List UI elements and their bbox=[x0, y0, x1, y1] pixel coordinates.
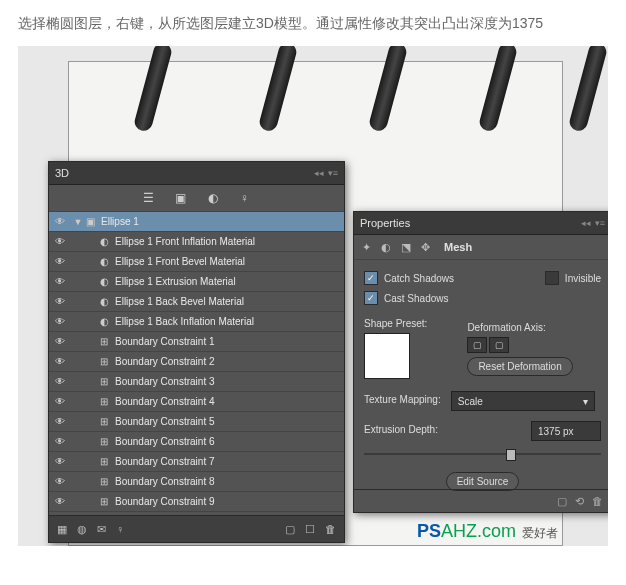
list-item[interactable]: 👁⊞Boundary Constraint 9 bbox=[49, 492, 344, 512]
visibility-icon[interactable]: 👁 bbox=[53, 255, 67, 269]
item-label: Boundary Constraint 1 bbox=[115, 336, 215, 347]
filter-mesh-icon[interactable]: ▣ bbox=[174, 191, 188, 205]
render-object bbox=[258, 46, 299, 133]
extrusion-depth-label: Extrusion Depth: bbox=[364, 424, 438, 435]
visibility-icon[interactable]: 👁 bbox=[53, 395, 67, 409]
tool-icon[interactable]: ♀ bbox=[116, 523, 124, 535]
list-item[interactable]: 👁◐Ellipse 1 Back Bevel Material bbox=[49, 292, 344, 312]
shape-preset-picker[interactable] bbox=[364, 333, 410, 379]
visibility-icon[interactable]: 👁 bbox=[53, 495, 67, 509]
reset-deformation-button[interactable]: Reset Deformation bbox=[467, 357, 572, 376]
list-item[interactable]: 👁⊞Boundary Constraint 2 bbox=[49, 352, 344, 372]
list-item[interactable]: 👁◐Ellipse 1 Front Bevel Material bbox=[49, 252, 344, 272]
extrusion-depth-input[interactable]: 1375 px bbox=[531, 421, 601, 441]
visibility-icon[interactable]: 👁 bbox=[53, 335, 67, 349]
watermark: PSAHZ.com爱好者 bbox=[417, 521, 558, 542]
item-label: Boundary Constraint 3 bbox=[115, 376, 215, 387]
visibility-icon[interactable]: 👁 bbox=[53, 435, 67, 449]
properties-body: ✓ Catch Shadows Invisible ✓ Cast Shadows… bbox=[354, 260, 608, 495]
list-item[interactable]: 👁⊞Boundary Constraint 5 bbox=[49, 412, 344, 432]
item-type-icon: ⊞ bbox=[97, 376, 111, 388]
list-item[interactable]: 👁⊞Boundary Constraint 8 bbox=[49, 472, 344, 492]
properties-mode-bar: ✦ ◐ ⬔ ✥ Mesh bbox=[354, 235, 608, 260]
visibility-icon[interactable]: 👁 bbox=[53, 235, 67, 249]
item-label: Ellipse 1 Extrusion Material bbox=[115, 276, 236, 287]
invisible-checkbox[interactable] bbox=[545, 271, 559, 285]
twisty-icon[interactable]: ▼ bbox=[73, 217, 83, 227]
panel-tab-bar: 3D ◂◂▾≡ bbox=[49, 162, 344, 185]
mesh-label: Mesh bbox=[444, 241, 472, 253]
collapse-icon[interactable]: ◂◂ bbox=[314, 168, 324, 178]
visibility-icon[interactable]: 👁 bbox=[53, 455, 67, 469]
catch-shadows-label: Catch Shadows bbox=[384, 273, 454, 284]
item-label: Boundary Constraint 9 bbox=[115, 496, 215, 507]
render-object bbox=[133, 46, 174, 133]
list-item[interactable]: 👁⊞Boundary Constraint 7 bbox=[49, 452, 344, 472]
item-label: Ellipse 1 Front Inflation Material bbox=[115, 236, 255, 247]
reset-icon[interactable]: ⟲ bbox=[575, 495, 584, 508]
tool-icon[interactable]: ▦ bbox=[57, 523, 67, 536]
list-item[interactable]: 👁◐Ellipse 1 Extrusion Material bbox=[49, 272, 344, 292]
scene-list[interactable]: 👁▼▣Ellipse 1👁◐Ellipse 1 Front Inflation … bbox=[49, 212, 344, 512]
render-object bbox=[478, 46, 519, 133]
list-item[interactable]: 👁◐Ellipse 1 Back Inflation Material bbox=[49, 312, 344, 332]
catch-shadows-checkbox[interactable]: ✓ bbox=[364, 271, 378, 285]
item-type-icon: ▣ bbox=[83, 216, 97, 228]
trash-icon[interactable]: 🗑 bbox=[325, 523, 336, 535]
list-item[interactable]: 👁◐Ellipse 1 Front Inflation Material bbox=[49, 232, 344, 252]
item-label: Boundary Constraint 8 bbox=[115, 476, 215, 487]
list-item[interactable]: 👁⊞Boundary Constraint 6 bbox=[49, 432, 344, 452]
visibility-icon[interactable]: 👁 bbox=[53, 295, 67, 309]
panel-title[interactable]: Properties bbox=[360, 217, 410, 229]
filter-light-icon[interactable]: ♀ bbox=[238, 191, 252, 205]
visibility-icon[interactable]: 👁 bbox=[53, 475, 67, 489]
cap-mode-icon[interactable]: ⬔ bbox=[401, 241, 411, 254]
cast-shadows-label: Cast Shadows bbox=[384, 293, 448, 304]
render-icon[interactable]: ▢ bbox=[285, 523, 295, 536]
tool-icon[interactable]: ◍ bbox=[77, 523, 87, 536]
item-type-icon: ⊞ bbox=[97, 476, 111, 488]
instruction-text: 选择椭圆图层，右键，从所选图层建立3D模型。通过属性修改其突出凸出深度为1375 bbox=[0, 0, 626, 46]
properties-bottom-bar: ▢ ⟲ 🗑 bbox=[354, 489, 608, 512]
visibility-icon[interactable]: 👁 bbox=[53, 315, 67, 329]
item-type-icon: ◐ bbox=[97, 296, 111, 308]
deform-mode-icon[interactable]: ◐ bbox=[381, 241, 391, 254]
panel-title[interactable]: 3D bbox=[55, 167, 69, 179]
screenshot-stage: 3D ◂◂▾≡ ☰ ▣ ◐ ♀ 👁▼▣Ellipse 1👁◐Ellipse 1 … bbox=[18, 46, 608, 546]
coord-mode-icon[interactable]: ✥ bbox=[421, 241, 430, 254]
item-label: Boundary Constraint 4 bbox=[115, 396, 215, 407]
list-item[interactable]: 👁⊞Boundary Constraint 3 bbox=[49, 372, 344, 392]
item-type-icon: ⊞ bbox=[97, 396, 111, 408]
list-item[interactable]: 👁⊞Boundary Constraint 4 bbox=[49, 392, 344, 412]
texture-mapping-select[interactable]: Scale▾ bbox=[451, 391, 595, 411]
item-label: Boundary Constraint 7 bbox=[115, 456, 215, 467]
filter-material-icon[interactable]: ◐ bbox=[206, 191, 220, 205]
visibility-icon[interactable]: 👁 bbox=[53, 215, 67, 229]
item-type-icon: ◐ bbox=[97, 236, 111, 248]
visibility-icon[interactable]: 👁 bbox=[53, 415, 67, 429]
visibility-icon[interactable]: 👁 bbox=[53, 355, 67, 369]
tool-icon[interactable]: ✉ bbox=[97, 523, 106, 536]
item-label: Ellipse 1 Back Bevel Material bbox=[115, 296, 244, 307]
item-type-icon: ⊞ bbox=[97, 496, 111, 508]
trash-icon[interactable]: 🗑 bbox=[592, 495, 603, 507]
list-item[interactable]: 👁⊞Boundary Constraint 1 bbox=[49, 332, 344, 352]
filter-scene-icon[interactable]: ☰ bbox=[142, 191, 156, 205]
visibility-icon[interactable]: 👁 bbox=[53, 275, 67, 289]
mesh-mode-icon[interactable]: ✦ bbox=[362, 241, 371, 254]
menu-icon[interactable]: ▾≡ bbox=[328, 168, 338, 178]
menu-icon[interactable]: ▾≡ bbox=[595, 218, 605, 228]
render-icon[interactable]: ▢ bbox=[557, 495, 567, 508]
new-icon[interactable]: ☐ bbox=[305, 523, 315, 536]
collapse-icon[interactable]: ◂◂ bbox=[581, 218, 591, 228]
item-label: Ellipse 1 bbox=[101, 216, 139, 227]
panel-3d-bottom-toolbar: ▦ ◍ ✉ ♀ ▢ ☐ 🗑 bbox=[49, 515, 344, 542]
panel-3d-filter-toolbar: ☰ ▣ ◐ ♀ bbox=[49, 185, 344, 212]
deformation-axis-buttons[interactable]: ▢▢ bbox=[467, 337, 572, 353]
list-item[interactable]: 👁▼▣Ellipse 1 bbox=[49, 212, 344, 232]
item-label: Ellipse 1 Back Inflation Material bbox=[115, 316, 254, 327]
item-type-icon: ⊞ bbox=[97, 436, 111, 448]
cast-shadows-checkbox[interactable]: ✓ bbox=[364, 291, 378, 305]
visibility-icon[interactable]: 👁 bbox=[53, 375, 67, 389]
extrusion-depth-slider[interactable] bbox=[364, 447, 601, 461]
